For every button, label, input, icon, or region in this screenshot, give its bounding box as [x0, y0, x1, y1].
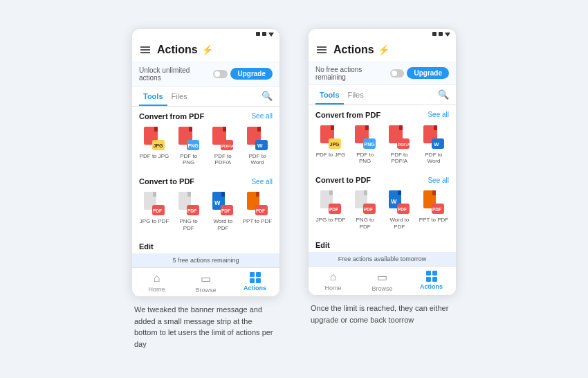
nav-actions-label-1: Actions: [244, 285, 266, 291]
toggle-2[interactable]: [390, 69, 404, 78]
svg-text:PDF: PDF: [256, 208, 265, 213]
svg-rect-38: [365, 125, 369, 130]
svg-rect-17: [153, 192, 156, 197]
nav-home-2[interactable]: ⌂ Home: [309, 271, 358, 292]
section-title-convert-from-2: Convert from PDF: [315, 111, 380, 119]
tool-pdf-to-jpg-1[interactable]: JPG PDF to JPG: [139, 126, 169, 166]
bottom-strip-text-1: 5 free actions remaining: [172, 257, 239, 264]
tool-pdf-to-jpg-2[interactable]: JPG PDF to JPG: [315, 125, 346, 165]
phone-1-frame: Actions ⚡ Unlock unlimited actions Upgra…: [131, 28, 280, 297]
nav-browse-label-1: Browse: [195, 287, 216, 294]
section-header-edit-2: Edit: [309, 235, 456, 252]
ppt-to-pdf-icon-2: PDF: [421, 190, 446, 215]
hamburger-icon-1[interactable]: [140, 46, 150, 53]
nav-browse-2[interactable]: ▭ Browse: [358, 271, 407, 292]
upgrade-btn-2[interactable]: Upgrade: [407, 67, 449, 79]
tool-jpg-to-pdf-2[interactable]: PDF JPG to PDF: [315, 190, 346, 230]
svg-rect-42: [399, 125, 403, 130]
tabs-row-2: Tools Files 🔍: [309, 85, 456, 105]
tool-pdf-to-word-2[interactable]: W PDF to Word: [419, 125, 449, 165]
see-all-convert-from-1[interactable]: See all: [251, 112, 273, 120]
svg-rect-25: [221, 192, 225, 197]
svg-rect-34: [331, 125, 334, 130]
ppt-to-pdf-icon-1: PDF: [245, 191, 270, 216]
tool-pdf-to-pdfa-2[interactable]: PDF/A PDF to PDF/A: [384, 125, 414, 165]
pdf-to-jpg-icon-1: JPG: [142, 126, 167, 151]
tool-label-pdf-to-jpg-2: PDF to JPG: [316, 152, 346, 159]
tab-files-2[interactable]: Files: [344, 85, 368, 105]
svg-text:PNG: PNG: [364, 142, 375, 147]
upgrade-btn-1[interactable]: Upgrade: [230, 68, 273, 80]
tool-label-jpg-to-pdf-1: JPG to PDF: [140, 218, 169, 225]
tool-png-to-pdf-1[interactable]: PDF PNG to PDF: [174, 191, 204, 231]
status-bar-2: [309, 29, 456, 38]
png-to-pdf-icon-2: PDF: [353, 190, 378, 215]
home-icon-1: ⌂: [154, 272, 160, 285]
tools-grid-convert-from-1: JPG PDF to JPG PNG PDF to PNG: [132, 123, 279, 172]
tools-grid-convert-to-1: PDF JPG to PDF PDF PNG to PDF: [132, 188, 279, 237]
svg-rect-13: [257, 127, 261, 132]
tool-label-ppt-to-pdf-2: PPT to PDF: [419, 217, 449, 224]
tool-pdf-to-pdfa-1[interactable]: PDF/A PDF to PDF/A: [208, 126, 238, 166]
tools-grid-convert-from-2: JPG PDF to JPG PNG PDF to PNG: [309, 122, 456, 170]
tool-png-to-pdf-2[interactable]: PDF PNG to PDF: [350, 190, 380, 230]
svg-rect-21: [187, 192, 191, 197]
tool-pdf-to-png-1[interactable]: PNG PDF to PNG: [174, 126, 204, 166]
svg-rect-5: [189, 127, 192, 132]
section-title-edit-2: Edit: [315, 241, 330, 249]
svg-text:JPG: JPG: [154, 143, 164, 148]
phone-1-column: Actions ⚡ Unlock unlimited actions Upgra…: [131, 28, 280, 350]
title-text-1: Actions: [157, 44, 198, 56]
phone-2-frame: Actions ⚡ No free actions remaining Upgr…: [308, 28, 457, 296]
pdf-to-png-icon-1: PNG: [176, 126, 201, 151]
nav-actions-label-2: Actions: [420, 283, 443, 290]
word-to-pdf-icon-2: W PDF: [387, 190, 412, 215]
nav-bar-1: ⌂ Home ▭ Browse Actions: [132, 267, 279, 296]
tool-label-pdf-to-png-2: PDF to PNG: [350, 152, 380, 165]
nav-bar-2: ⌂ Home ▭ Browse Actions: [309, 266, 456, 295]
tool-label-pdf-to-png-1: PDF to PNG: [174, 153, 204, 166]
section-title-convert-to-2: Convert to PDF: [315, 176, 371, 184]
free-actions-text-2: Free actions available tomorrow: [338, 255, 427, 262]
svg-text:PDF: PDF: [398, 207, 407, 212]
see-all-convert-to-1[interactable]: See all: [251, 178, 273, 186]
nav-actions-2[interactable]: Actions: [407, 271, 456, 292]
hamburger-icon-2[interactable]: [317, 46, 327, 53]
see-all-convert-to-2[interactable]: See all: [428, 177, 449, 184]
see-all-convert-from-2[interactable]: See all: [428, 111, 449, 118]
nav-browse-1[interactable]: ▭ Browse: [181, 272, 230, 294]
svg-text:PDF: PDF: [329, 207, 338, 212]
svg-rect-9: [223, 127, 226, 132]
tool-word-to-pdf-2[interactable]: W PDF Word to PDF: [384, 190, 414, 230]
tool-pdf-to-png-2[interactable]: PNG PDF to PNG: [350, 125, 380, 165]
tools-grid-convert-to-2: PDF JPG to PDF PDF PNG to PDF: [309, 187, 456, 235]
svg-text:W: W: [391, 198, 397, 205]
tool-label-jpg-to-pdf-2: JPG to PDF: [316, 217, 346, 224]
tool-pdf-to-word-1[interactable]: W PDF to Word: [242, 126, 273, 166]
tool-jpg-to-pdf-1[interactable]: PDF JPG to PDF: [139, 191, 169, 231]
search-icon-1[interactable]: 🔍: [261, 91, 273, 101]
svg-text:PDF: PDF: [432, 207, 441, 212]
tool-ppt-to-pdf-1[interactable]: PDF PPT to PDF: [242, 191, 273, 231]
tab-tools-1[interactable]: Tools: [139, 87, 167, 106]
browse-icon-1: ▭: [201, 272, 211, 285]
tool-word-to-pdf-1[interactable]: W PDF Word to PDF: [208, 191, 238, 231]
section-header-convert-from-pdf-2: Convert from PDF See all: [309, 105, 456, 122]
nav-home-label-1: Home: [148, 286, 165, 293]
nav-actions-1[interactable]: Actions: [230, 272, 279, 294]
tool-label-pdf-to-word-1: PDF to Word: [242, 153, 273, 166]
section-header-edit-1: Edit: [132, 237, 279, 253]
nav-home-1[interactable]: ⌂ Home: [132, 272, 181, 294]
banner-text-1: Unlock unlimited actions: [139, 66, 210, 82]
tool-ppt-to-pdf-2[interactable]: PDF PPT to PDF: [419, 190, 449, 230]
section-title-convert-from-1: Convert from PDF: [139, 112, 204, 120]
toggle-1[interactable]: [213, 70, 228, 78]
svg-text:W: W: [434, 141, 439, 147]
tab-files-1[interactable]: Files: [167, 87, 192, 106]
svg-rect-58: [398, 190, 401, 195]
tool-label-pdf-to-pdfa-2: PDF to PDF/A: [384, 152, 414, 165]
tab-tools-2[interactable]: Tools: [315, 85, 344, 105]
search-icon-2[interactable]: 🔍: [438, 89, 449, 100]
svg-text:PDF: PDF: [187, 208, 196, 213]
tool-label-pdf-to-jpg-1: PDF to JPG: [140, 153, 169, 160]
